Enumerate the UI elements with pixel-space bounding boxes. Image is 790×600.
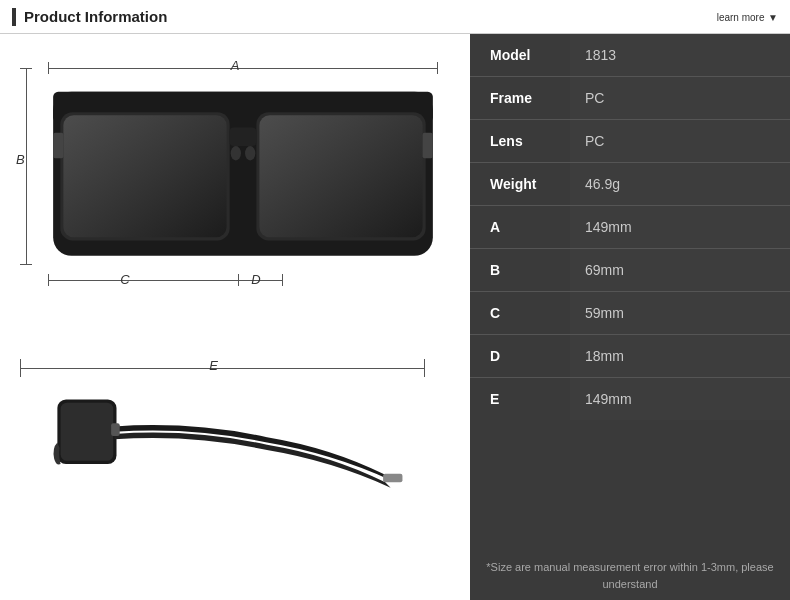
spec-value-d: 18mm <box>570 335 790 377</box>
svg-rect-10 <box>423 133 433 159</box>
svg-rect-9 <box>53 133 63 159</box>
e-h-line <box>20 368 425 369</box>
spec-label-lens: Lens <box>470 120 570 162</box>
learn-more-button[interactable]: learn more ▼ <box>717 9 778 24</box>
spec-row: FramePC <box>470 77 790 120</box>
specs-panel: Model1813FramePCLensPCWeight46.9gA149mmB… <box>470 34 790 600</box>
svg-point-8 <box>245 146 255 160</box>
spec-row: E149mm <box>470 378 790 420</box>
spec-label-a: A <box>470 206 570 248</box>
b-v-line <box>26 68 27 265</box>
c-h-line <box>48 280 238 281</box>
disclaimer-text: *Size are manual measurement error withi… <box>470 551 790 600</box>
a-h-line <box>48 68 438 69</box>
spec-row: Model1813 <box>470 34 790 77</box>
spec-value-lens: PC <box>570 120 790 162</box>
spec-value-model: 1813 <box>570 34 790 76</box>
svg-point-7 <box>231 146 241 160</box>
spec-label-weight: Weight <box>470 163 570 205</box>
spec-value-frame: PC <box>570 77 790 119</box>
spec-value-c: 59mm <box>570 292 790 334</box>
page-title: Product Information <box>24 8 167 25</box>
d-right-tick <box>282 274 283 286</box>
spec-row: A149mm <box>470 206 790 249</box>
spec-row: Weight46.9g <box>470 163 790 206</box>
spec-label-e: E <box>470 378 570 420</box>
spec-value-a: 149mm <box>570 206 790 248</box>
specs-table: Model1813FramePCLensPCWeight46.9gA149mmB… <box>470 34 790 551</box>
svg-rect-14 <box>383 474 402 483</box>
side-view-diagram: E <box>20 354 450 554</box>
title-wrapper: Product Information <box>12 8 167 26</box>
svg-rect-3 <box>63 115 226 237</box>
title-bar-decoration <box>12 8 16 26</box>
e-label: E <box>209 358 218 373</box>
spec-value-weight: 46.9g <box>570 163 790 205</box>
spec-label-model: Model <box>470 34 570 76</box>
learn-more-label: learn more <box>717 12 765 23</box>
spec-row: LensPC <box>470 120 790 163</box>
spec-row: D18mm <box>470 335 790 378</box>
svg-rect-6 <box>230 128 257 146</box>
spec-label-c: C <box>470 292 570 334</box>
page-header: Product Information learn more ▼ <box>0 0 790 34</box>
front-view-diagram: A B <box>20 54 450 344</box>
spec-row: B69mm <box>470 249 790 292</box>
b-label: B <box>16 152 25 167</box>
spec-row: C59mm <box>470 292 790 335</box>
svg-rect-5 <box>259 115 422 237</box>
c-label: C <box>120 272 129 287</box>
spec-value-e: 149mm <box>570 378 790 420</box>
spec-label-d: D <box>470 335 570 377</box>
main-content: A B <box>0 34 790 600</box>
glasses-front-image <box>48 74 438 294</box>
d-label: D <box>251 272 260 287</box>
svg-rect-13 <box>111 423 120 436</box>
left-panel: A B <box>0 34 470 600</box>
glasses-side-image <box>20 384 450 544</box>
spec-label-frame: Frame <box>470 77 570 119</box>
spec-label-b: B <box>470 249 570 291</box>
dropdown-icon: ▼ <box>768 12 778 23</box>
svg-rect-12 <box>61 403 114 461</box>
a-label: A <box>231 58 240 73</box>
spec-value-b: 69mm <box>570 249 790 291</box>
